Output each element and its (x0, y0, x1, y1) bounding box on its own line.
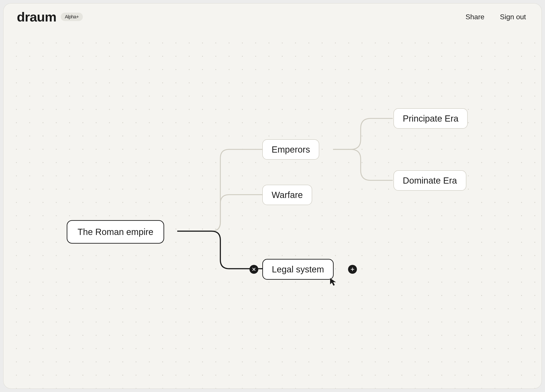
app-window: draum Alpha+ Share Sign out The Rom (3, 3, 542, 389)
mindmap-canvas[interactable]: The Roman empire Emperors Warfare Legal … (4, 4, 541, 388)
node-root-label: The Roman empire (78, 227, 153, 237)
brand-wordmark: draum (17, 9, 56, 24)
delete-node-button[interactable] (249, 265, 258, 274)
node-emperors[interactable]: Emperors (262, 139, 319, 160)
release-badge: Alpha+ (61, 13, 83, 21)
node-emperors-label: Emperors (272, 145, 310, 154)
node-dominate-era[interactable]: Dominate Era (393, 170, 466, 191)
node-principate-era[interactable]: Principate Era (393, 108, 468, 129)
header: draum Alpha+ Share Sign out (4, 4, 541, 30)
add-child-node-button[interactable] (348, 265, 357, 274)
brand: draum Alpha+ (17, 9, 83, 24)
signout-button[interactable]: Sign out (500, 13, 526, 21)
node-legal-system-label: Legal system (272, 264, 324, 274)
node-warfare-label: Warfare (272, 190, 303, 200)
share-button[interactable]: Share (465, 13, 484, 21)
node-legal-system[interactable]: Legal system (262, 259, 334, 280)
plus-icon (350, 267, 355, 272)
node-warfare[interactable]: Warfare (262, 185, 312, 205)
node-dominate-era-label: Dominate Era (403, 176, 457, 185)
close-icon (251, 267, 256, 272)
cursor-icon (329, 278, 338, 287)
node-principate-era-label: Principate Era (403, 114, 458, 123)
node-root[interactable]: The Roman empire (67, 220, 164, 244)
